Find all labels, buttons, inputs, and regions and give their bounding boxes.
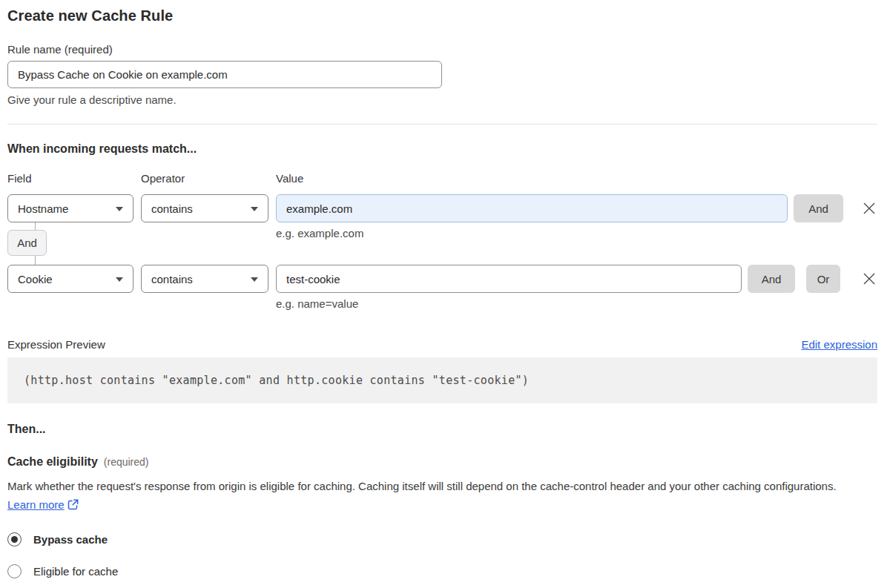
radio-eligible-for-cache-label: Eligible for cache (33, 565, 118, 578)
expression-preview-block: (http.host contains "example.com" and ht… (7, 357, 877, 403)
operator-select-row1[interactable]: contains (141, 194, 268, 222)
value-input-row2[interactable] (276, 265, 742, 293)
match-section-heading: When incoming requests match... (7, 142, 877, 156)
expression-preview-header: Expression Preview Edit expression (7, 338, 877, 351)
create-cache-rule-page: Create new Cache Rule Rule name (require… (0, 0, 890, 578)
field-select-row2-value: Cookie (18, 273, 53, 285)
radio-eligible-for-cache[interactable]: Eligible for cache (7, 564, 877, 578)
operator-select-row2[interactable]: contains (141, 265, 268, 293)
description-text: Mark whether the request's response from… (7, 480, 837, 492)
value-column-label: Value (276, 172, 303, 185)
external-link-icon (67, 497, 79, 515)
cache-eligibility-title: Cache eligibility (7, 455, 98, 469)
radio-unselected-icon (7, 564, 22, 578)
value-hint-row1: e.g. example.com (276, 227, 363, 265)
then-section-heading: Then... (7, 423, 877, 436)
field-select-row2[interactable]: Cookie (7, 265, 134, 293)
add-and-condition-button-row2[interactable]: And (748, 265, 795, 293)
field-select-row1-value: Hostname (18, 202, 68, 215)
learn-more-link[interactable]: Learn more (7, 498, 65, 511)
connector-line (35, 222, 36, 230)
edit-expression-link[interactable]: Edit expression (801, 338, 877, 351)
operator-select-row1-value: contains (151, 202, 193, 215)
radio-dot (11, 536, 18, 543)
condition-row: Hostname contains And (7, 194, 877, 222)
and-connector-badge[interactable]: And (7, 230, 47, 256)
radio-bypass-cache[interactable]: Bypass cache (7, 532, 877, 546)
remove-condition-icon[interactable] (861, 200, 877, 217)
chevron-down-icon (116, 277, 123, 282)
radio-bypass-cache-label: Bypass cache (33, 533, 108, 546)
required-note: (required) (104, 456, 149, 468)
operator-select-row2-value: contains (151, 273, 193, 285)
condition-column-labels: Field Operator Value (7, 172, 877, 185)
section-divider (7, 124, 877, 125)
value-hint-row2: e.g. name=value (276, 297, 877, 310)
expression-code: (http.host contains "example.com" and ht… (24, 374, 529, 387)
expression-preview-label: Expression Preview (7, 338, 105, 351)
rule-name-label: Rule name (required) (7, 43, 877, 56)
and-connector: And (7, 222, 276, 265)
connector-line (35, 256, 36, 265)
cache-eligibility-heading: Cache eligibility (required) (7, 455, 877, 469)
chevron-down-icon (116, 207, 123, 211)
rule-name-input[interactable] (7, 61, 442, 88)
radio-selected-icon (7, 532, 22, 546)
rule-name-help: Give your rule a descriptive name. (7, 93, 877, 106)
chevron-down-icon (251, 207, 258, 211)
add-or-condition-button-row2[interactable]: Or (806, 265, 840, 293)
add-and-condition-button-row1[interactable]: And (794, 194, 843, 222)
chevron-down-icon (251, 277, 258, 282)
field-select-row1[interactable]: Hostname (7, 194, 134, 222)
remove-condition-icon[interactable] (861, 271, 877, 287)
value-input-row1[interactable] (276, 194, 788, 222)
cache-eligibility-description: Mark whether the request's response from… (7, 477, 868, 515)
field-column-label: Field (7, 172, 141, 185)
connector-band: And e.g. example.com (7, 222, 877, 265)
operator-column-label: Operator (141, 172, 276, 185)
condition-row: Cookie contains And Or (7, 265, 877, 293)
page-title: Create new Cache Rule (7, 7, 877, 24)
